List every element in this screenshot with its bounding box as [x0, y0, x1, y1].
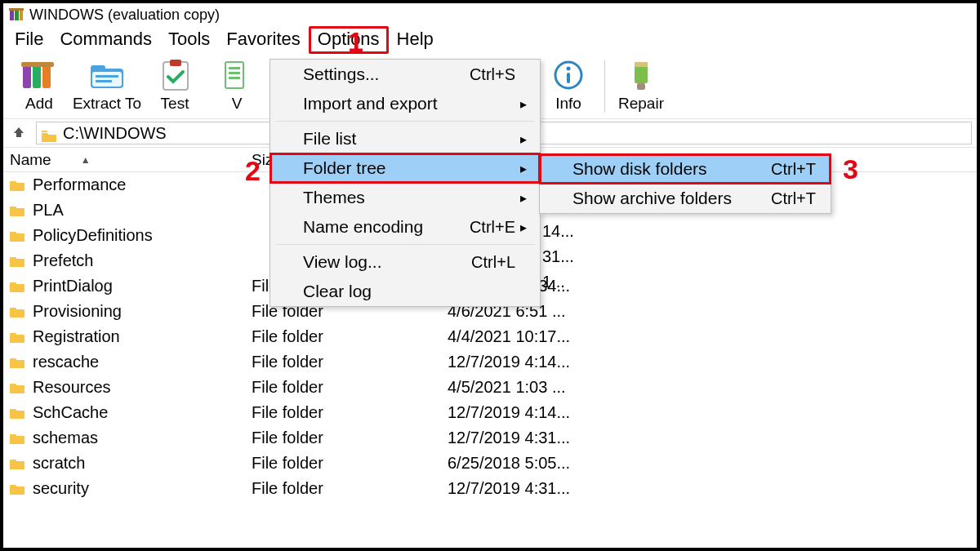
svg-rect-21 — [567, 73, 570, 83]
row-name: SchCache — [33, 403, 108, 422]
partial-modified-0: 14... — [542, 222, 574, 241]
folder-icon — [10, 382, 24, 393]
submenu-show-archive-folders[interactable]: Show archive folders Ctrl+T — [540, 184, 831, 213]
svg-rect-18 — [229, 77, 240, 79]
options-name-encoding-label: Name encoding — [303, 217, 460, 237]
svg-rect-23 — [637, 83, 645, 90]
menubar: File Commands Tools Favorites Options He… — [3, 26, 977, 54]
folder-tree-submenu: Show disk folders Ctrl+T Show archive fo… — [539, 153, 831, 214]
up-one-level-button[interactable] — [8, 124, 29, 143]
annotation-2: 2 — [245, 155, 261, 187]
toolbar-test[interactable]: Test — [144, 57, 206, 113]
row-modified: 6/25/2018 5:05... — [444, 454, 977, 473]
column-name[interactable]: Name ▲ — [3, 151, 248, 169]
table-row[interactable]: SchCacheFile folder12/7/2019 4:14... — [3, 400, 977, 425]
document-lines-icon — [214, 57, 260, 93]
arrow-up-icon — [12, 126, 25, 139]
row-type: File folder — [248, 479, 444, 498]
options-folder-tree[interactable]: Folder tree ▸ — [270, 153, 540, 183]
svg-rect-7 — [21, 62, 54, 67]
toolbar-v-label: V — [206, 95, 268, 113]
submenu-arrow-icon: ▸ — [515, 161, 527, 176]
svg-rect-16 — [229, 67, 240, 69]
options-import-export[interactable]: Import and export ▸ — [270, 89, 540, 118]
table-row[interactable]: scratchFile folder6/25/2018 5:05... — [3, 451, 977, 476]
row-name: PolicyDefinitions — [33, 226, 153, 245]
menu-help[interactable]: Help — [389, 28, 442, 52]
table-row[interactable]: RegistrationFile folder4/4/2021 10:17... — [3, 324, 977, 349]
row-modified: 12/7/2019 4:14... — [444, 403, 977, 422]
folder-icon — [10, 331, 24, 343]
toolbar-test-label: Test — [144, 95, 206, 113]
menu-commands[interactable]: Commands — [51, 28, 159, 52]
options-view-log[interactable]: View log... Ctrl+L — [270, 247, 540, 277]
submenu-arrow-icon: ▸ — [515, 131, 527, 147]
row-type: File folder — [248, 378, 444, 397]
submenu-arrow-icon: ▸ — [515, 96, 527, 112]
folder-icon — [10, 458, 24, 469]
svg-rect-5 — [33, 64, 41, 88]
svg-point-20 — [567, 67, 571, 71]
submenu-show-disk-label: Show disk folders — [572, 159, 761, 179]
folder-icon — [10, 281, 24, 292]
row-type: File folder — [248, 429, 444, 447]
table-row[interactable]: ResourcesFile folder4/5/2021 1:03 ... — [3, 375, 977, 400]
books-add-icon — [16, 57, 62, 93]
winrar-app-icon — [8, 7, 24, 23]
row-modified: 4/5/2021 1:03 ... — [444, 378, 977, 397]
toolbar-extract-label: Extract To — [70, 95, 144, 113]
submenu-arrow-icon: ▸ — [515, 190, 527, 206]
window-title: WINDOWS (evaluation copy) — [29, 7, 220, 24]
folder-icon — [10, 256, 24, 267]
toolbar-info[interactable]: Info — [537, 57, 599, 113]
svg-rect-3 — [9, 8, 24, 11]
row-name: PrintDialog — [33, 277, 113, 295]
options-dropdown: Settings... Ctrl+S Import and export ▸ F… — [270, 59, 541, 307]
row-type: File folder — [248, 454, 444, 473]
row-modified: 4/4/2021 10:17... — [444, 327, 977, 346]
row-name: security — [33, 479, 89, 498]
toolbar-add[interactable]: Add — [8, 57, 70, 113]
row-name: Provisioning — [33, 302, 122, 321]
annotation-3: 3 — [843, 153, 858, 185]
table-row[interactable]: schemasFile folder12/7/2019 4:31... — [3, 425, 977, 451]
table-row[interactable]: securityFile folder12/7/2019 4:31... — [3, 476, 977, 501]
options-name-encoding[interactable]: Name encoding Ctrl+E ▸ — [270, 212, 540, 242]
submenu-arrow-icon: ▸ — [515, 220, 527, 235]
dropdown-separator — [275, 244, 535, 245]
submenu-show-disk-folders[interactable]: Show disk folders Ctrl+T — [540, 154, 831, 184]
folder-icon — [10, 483, 24, 495]
options-file-list[interactable]: File list ▸ — [270, 124, 540, 153]
dropdown-separator — [275, 121, 535, 122]
row-name: schemas — [33, 429, 98, 447]
menu-favorites[interactable]: Favorites — [218, 28, 308, 52]
menu-file[interactable]: File — [7, 28, 51, 52]
row-name: rescache — [33, 353, 99, 371]
menu-tools[interactable]: Tools — [160, 28, 218, 52]
options-view-log-shortcut: Ctrl+L — [471, 253, 515, 272]
submenu-show-disk-shortcut: Ctrl+T — [771, 160, 816, 179]
svg-rect-10 — [92, 72, 122, 87]
toolbar-add-label: Add — [8, 95, 70, 113]
sort-ascending-icon: ▲ — [81, 155, 91, 165]
toolbar-extract[interactable]: Extract To — [70, 57, 144, 113]
toolbar-repair[interactable]: Repair — [610, 57, 672, 113]
svg-rect-17 — [229, 72, 240, 74]
row-name: Prefetch — [33, 251, 93, 270]
titlebar: WINDOWS (evaluation copy) — [3, 3, 977, 26]
repair-icon — [618, 57, 664, 93]
annotation-1: 1 — [348, 26, 363, 58]
submenu-show-archive-label: Show archive folders — [572, 189, 761, 208]
options-folder-tree-label: Folder tree — [303, 158, 515, 178]
table-row[interactable]: rescacheFile folder12/7/2019 4:14... — [3, 349, 977, 375]
svg-rect-9 — [91, 65, 105, 72]
row-modified: 12/7/2019 4:14... — [444, 353, 977, 371]
options-themes[interactable]: Themes ▸ — [270, 183, 540, 212]
partial-modified-1: 31... — [542, 247, 574, 266]
toolbar-info-label: Info — [537, 95, 599, 113]
toolbar-v[interactable]: V — [206, 57, 268, 113]
options-settings[interactable]: Settings... Ctrl+S — [270, 60, 540, 89]
row-name: Resources — [33, 378, 111, 397]
submenu-show-archive-shortcut: Ctrl+T — [771, 189, 816, 208]
options-clear-log[interactable]: Clear log — [270, 277, 540, 306]
